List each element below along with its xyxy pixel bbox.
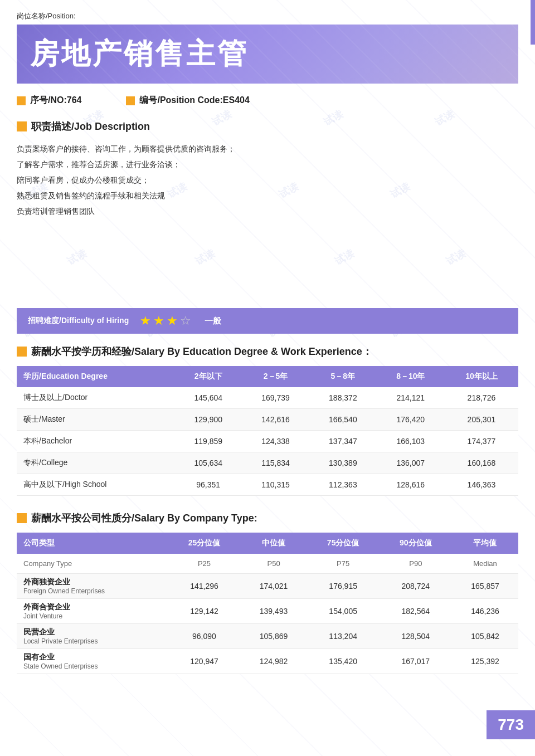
percentile-label: P50 (241, 554, 307, 574)
table-row: 博士及以上/Doctor 145,604 169,739 188,372 214… (17, 387, 518, 409)
difficulty-text: 一般 (205, 316, 221, 326)
page-number-badge: 773 (487, 710, 535, 739)
salary-edu-header-row: 学历/Education Degree 2年以下 2－5年 5－8年 8－10年… (17, 366, 518, 387)
salary-value: 105,634 (174, 452, 242, 474)
salary-company-header: 薪酬水平按公司性质分/Salary By Company Type: (17, 511, 518, 525)
hero-banner: 房地产销售主管 (17, 25, 518, 84)
percentile-label: P75 (307, 554, 380, 574)
salary-value: 120,947 (168, 649, 240, 674)
salary-value: 174,021 (241, 574, 307, 599)
salary-edu-header: 薪酬水平按学历和经验/Salary By Education Degree & … (17, 345, 518, 358)
orange-square-salary-company (17, 513, 27, 523)
position-code-text: 编号/Position Code:ES404 (139, 95, 249, 106)
company-type-label: Company Type (17, 554, 168, 574)
info-row: 序号/NO:764 编号/Position Code:ES404 (17, 95, 518, 106)
edu-level: 专科/College (17, 452, 174, 474)
salary-value: 165,857 (452, 574, 518, 599)
difficulty-bar: 招聘难度/Difficulty of Hiring ★ ★ ★ ☆ 一般 (17, 308, 518, 334)
table-row: 国有企业 State Owned Enterprises 120,947 124… (17, 649, 518, 674)
salary-company-title: 薪酬水平按公司性质分/Salary By Company Type: (31, 511, 257, 525)
salary-value: 119,859 (174, 431, 242, 452)
main-content: 岗位名称/Position: 房地产销售主管 序号/NO:764 编号/Posi… (0, 0, 535, 706)
edu-level: 本科/Bachelor (17, 431, 174, 452)
salary-value: 96,090 (168, 624, 240, 649)
table-row: 专科/College 105,634 115,834 130,389 136,0… (17, 452, 518, 474)
salary-value: 166,103 (377, 431, 445, 452)
salary-edu-table: 学历/Education Degree 2年以下 2－5年 5－8年 8－10年… (17, 366, 518, 496)
company-sub-name: Foreign Owned Enterprises (23, 587, 161, 595)
salary-value: 135,420 (307, 649, 380, 674)
salary-value: 174,377 (445, 431, 518, 452)
job-desc-line-4: 熟悉租赁及销售签约的流程手续和相关法规 (17, 188, 518, 203)
table-row: 硕士/Master 129,900 142,616 166,540 176,42… (17, 409, 518, 431)
salary-value: 160,168 (445, 452, 518, 474)
col-education: 学历/Education Degree (17, 366, 174, 387)
company-main-name: 民营企业 (23, 627, 161, 637)
company-sub-name: Local Private Enterprises (23, 637, 161, 645)
salary-value: 129,142 (168, 599, 240, 624)
star-2: ★ (153, 314, 164, 328)
salary-value: 214,121 (377, 387, 445, 409)
company-main-name: 国有企业 (23, 652, 161, 662)
hero-title: 房地产销售主管 (30, 35, 505, 74)
table-row: 外商合资企业 Joint Venture 129,142 139,493 154… (17, 599, 518, 624)
company-type-cell: 国有企业 State Owned Enterprises (17, 649, 168, 674)
company-type-cell: 外商合资企业 Joint Venture (17, 599, 168, 624)
table-row: 本科/Bachelor 119,859 124,338 137,347 166,… (17, 431, 518, 452)
col-5to8: 5－8年 (309, 366, 377, 387)
percentile-label: P25 (168, 554, 240, 574)
star-1: ★ (140, 314, 151, 328)
salary-value: 96,351 (174, 474, 242, 496)
salary-value: 167,017 (380, 649, 452, 674)
salary-value: 130,389 (309, 452, 377, 474)
col-lt2: 2年以下 (174, 366, 242, 387)
salary-value: 115,834 (242, 452, 309, 474)
salary-value: 128,504 (380, 624, 452, 649)
col-8to10: 8－10年 (377, 366, 445, 387)
stars-container: ★ ★ ★ ☆ (140, 314, 191, 328)
salary-value: 125,392 (452, 649, 518, 674)
job-desc-line-3: 陪同客户看房，促成办公楼租赁成交； (17, 172, 518, 188)
salary-value: 136,007 (377, 452, 445, 474)
salary-value: 113,204 (307, 624, 380, 649)
position-no-text: 序号/NO:764 (30, 95, 81, 106)
company-sub-name: State Owned Enterprises (23, 662, 161, 670)
difficulty-label: 招聘难度/Difficulty of Hiring (28, 316, 129, 326)
col-p75: 75分位值 (307, 533, 380, 554)
company-main-name: 外商合资企业 (23, 602, 161, 612)
salary-value: 142,616 (242, 409, 309, 431)
orange-square-no (17, 96, 26, 105)
salary-value: 137,347 (309, 431, 377, 452)
salary-value: 154,005 (307, 599, 380, 624)
salary-value: 166,540 (309, 409, 377, 431)
orange-square-salary-edu (17, 347, 27, 357)
table-row: Company Type P25 P50 P75 P90 Median (17, 554, 518, 574)
col-median: 中位值 (241, 533, 307, 554)
salary-value: 128,616 (377, 474, 445, 496)
col-average: 平均值 (452, 533, 518, 554)
position-label: 岗位名称/Position: (17, 11, 518, 21)
salary-value: 105,869 (241, 624, 307, 649)
job-desc-line-5: 负责培训管理销售团队 (17, 203, 518, 219)
salary-edu-title: 薪酬水平按学历和经验/Salary By Education Degree & … (31, 345, 372, 358)
position-no: 序号/NO:764 (17, 95, 81, 106)
col-p25: 25分位值 (168, 533, 240, 554)
company-type-cell: 民营企业 Local Private Enterprises (17, 624, 168, 649)
edu-level: 硕士/Master (17, 409, 174, 431)
salary-value: 176,915 (307, 574, 380, 599)
salary-value: 141,296 (168, 574, 240, 599)
col-company-type: 公司类型 (17, 533, 168, 554)
job-desc-header: 职责描述/Job Description (17, 120, 518, 133)
salary-value: 176,420 (377, 409, 445, 431)
salary-value: 124,338 (242, 431, 309, 452)
percentile-label: Median (452, 554, 518, 574)
salary-value: 139,493 (241, 599, 307, 624)
salary-company-header-row-1: 公司类型 25分位值 中位值 75分位值 90分位值 平均值 (17, 533, 518, 554)
salary-value: 218,726 (445, 387, 518, 409)
page-number: 773 (498, 716, 524, 733)
job-desc-line-2: 了解客户需求，推荐合适房源，进行业务洽谈； (17, 157, 518, 172)
star-4: ☆ (180, 314, 191, 328)
company-main-name: 外商独资企业 (23, 577, 161, 587)
company-type-cell: 外商独资企业 Foreign Owned Enterprises (17, 574, 168, 599)
table-row: 民营企业 Local Private Enterprises 96,090 10… (17, 624, 518, 649)
